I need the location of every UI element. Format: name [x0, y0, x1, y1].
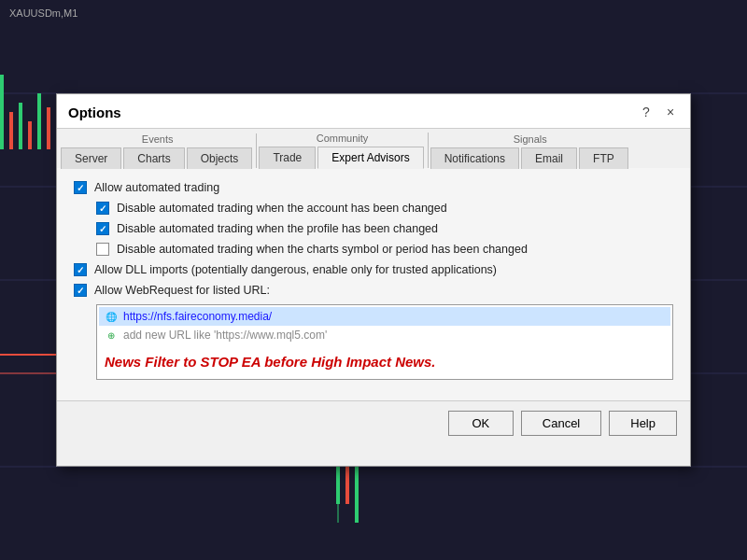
checkbox-row-disable-account: Disable automated trading when the accou…	[96, 202, 673, 215]
tab-group-signals-tabs: Notifications Email FTP	[430, 147, 630, 168]
url-add-placeholder: add new URL like 'https://www.mql5.com'	[123, 329, 327, 342]
checkbox-disable-symbol[interactable]	[96, 243, 109, 256]
close-button[interactable]: ×	[660, 102, 681, 122]
checkbox-allow-dll[interactable]	[74, 263, 87, 276]
tab-group-community-label: Community	[317, 133, 369, 144]
checkbox-row-allow-auto-trading: Allow automated trading	[74, 181, 673, 194]
dialog-overlay: Options ? × Events Server Charts Objects	[0, 0, 747, 560]
checkbox-label-allow-auto-trading: Allow automated trading	[94, 181, 219, 194]
tab-group-events: Events Server Charts Objects	[61, 133, 257, 168]
options-dialog: Options ? × Events Server Charts Objects	[56, 93, 691, 467]
checkbox-row-disable-symbol: Disable automated trading when the chart…	[96, 243, 673, 256]
title-bar: Options ? ×	[57, 94, 690, 129]
help-footer-button[interactable]: Help	[609, 411, 677, 436]
checkbox-row-allow-dll: Allow DLL imports (potentially dangerous…	[74, 263, 673, 276]
url-listbox[interactable]: 🌐 https://nfs.faireconomy.media/ ⊕ add n…	[96, 304, 673, 380]
dialog-footer: OK Cancel Help	[57, 400, 690, 445]
cancel-button[interactable]: Cancel	[521, 411, 601, 436]
tab-group-signals-label: Signals	[514, 133, 547, 145]
url-item-faireconomy[interactable]: 🌐 https://nfs.faireconomy.media/	[99, 307, 670, 326]
tabs-container: Events Server Charts Objects Community T…	[57, 129, 690, 168]
checkbox-row-allow-webrequest: Allow WebRequest for listed URL:	[74, 284, 673, 297]
tab-group-signals: Signals Notifications Email FTP	[430, 133, 632, 168]
tab-expert-advisors[interactable]: Expert Advisors	[317, 147, 423, 169]
ok-button[interactable]: OK	[448, 411, 514, 436]
checkbox-disable-profile[interactable]	[96, 222, 109, 235]
dialog-title: Options	[68, 105, 121, 120]
checkbox-disable-account[interactable]	[96, 202, 109, 215]
tab-server[interactable]: Server	[61, 147, 121, 169]
url-item-add[interactable]: ⊕ add new URL like 'https://www.mql5.com…	[99, 326, 670, 344]
url-item-text: https://nfs.faireconomy.media/	[123, 310, 272, 323]
help-button[interactable]: ?	[636, 102, 656, 122]
tab-email[interactable]: Email	[521, 147, 577, 169]
content-area: Allow automated trading Disable automate…	[57, 168, 690, 400]
tab-trade[interactable]: Trade	[259, 147, 316, 169]
tab-group-community: Community Trade Expert Advisors	[259, 133, 428, 168]
add-icon: ⊕	[105, 329, 118, 342]
news-filter-text: News Filter to STOP EA before High Impac…	[105, 354, 665, 370]
checkbox-allow-webrequest[interactable]	[74, 284, 87, 297]
tab-group-events-label: Events	[142, 133, 174, 145]
checkbox-label-allow-webrequest: Allow WebRequest for listed URL:	[94, 284, 270, 297]
tab-group-header-row: Events Server Charts Objects Community T…	[57, 129, 690, 168]
globe-icon: 🌐	[105, 310, 118, 323]
checkbox-label-allow-dll: Allow DLL imports (potentially dangerous…	[94, 263, 497, 276]
title-bar-buttons: ? ×	[636, 102, 681, 122]
checkbox-allow-auto-trading[interactable]	[74, 181, 87, 194]
tab-notifications[interactable]: Notifications	[430, 147, 519, 169]
checkbox-label-disable-profile: Disable automated trading when the profi…	[117, 222, 438, 235]
checkbox-row-disable-profile: Disable automated trading when the profi…	[96, 222, 673, 235]
tab-charts[interactable]: Charts	[123, 147, 184, 169]
checkbox-label-disable-symbol: Disable automated trading when the chart…	[117, 243, 528, 256]
checkbox-label-disable-account: Disable automated trading when the accou…	[117, 202, 447, 215]
tab-group-events-tabs: Server Charts Objects	[61, 147, 254, 168]
tab-ftp[interactable]: FTP	[579, 147, 628, 169]
tab-group-community-tabs: Trade Expert Advisors	[259, 146, 425, 168]
tab-objects[interactable]: Objects	[187, 147, 253, 169]
